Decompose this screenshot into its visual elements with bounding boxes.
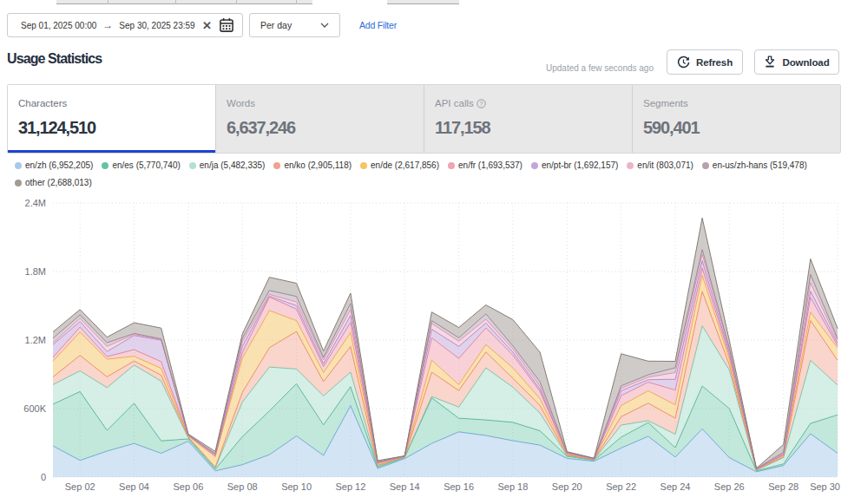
svg-text:2.4M: 2.4M [25, 198, 46, 208]
svg-text:Sep 22: Sep 22 [606, 481, 636, 492]
svg-text:Sep 10: Sep 10 [281, 481, 312, 492]
svg-text:Sep 08: Sep 08 [227, 481, 258, 492]
svg-text:600K: 600K [23, 403, 46, 414]
svg-text:1.8M: 1.8M [25, 266, 46, 277]
svg-text:1.2M: 1.2M [25, 335, 46, 345]
svg-text:Sep 26: Sep 26 [714, 481, 745, 492]
svg-text:Sep 18: Sep 18 [497, 481, 528, 492]
svg-text:Sep 30: Sep 30 [810, 481, 840, 492]
svg-text:Sep 02: Sep 02 [65, 481, 95, 492]
svg-text:Sep 20: Sep 20 [552, 481, 582, 492]
svg-text:Sep 28: Sep 28 [768, 481, 799, 492]
svg-text:Sep 14: Sep 14 [390, 481, 420, 492]
svg-text:Sep 04: Sep 04 [119, 481, 149, 492]
svg-text:Sep 06: Sep 06 [173, 481, 203, 492]
svg-text:Sep 12: Sep 12 [335, 481, 365, 492]
svg-text:Sep 16: Sep 16 [444, 481, 474, 492]
svg-text:Sep 24: Sep 24 [661, 481, 691, 492]
svg-text:0: 0 [41, 472, 46, 482]
